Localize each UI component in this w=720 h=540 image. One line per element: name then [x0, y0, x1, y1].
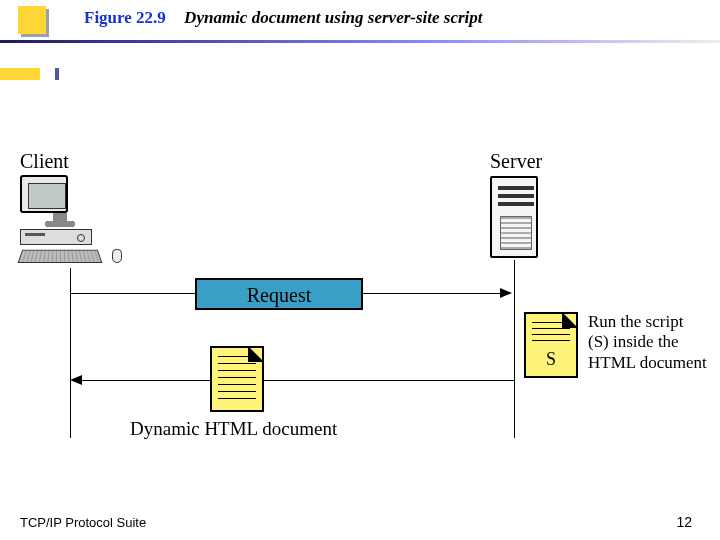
- response-arrow-segment: [82, 380, 210, 381]
- script-marker: S: [526, 349, 576, 370]
- client-label: Client: [20, 150, 69, 173]
- request-arrowhead-icon: [500, 288, 512, 298]
- dynamic-document-icon: [210, 346, 264, 412]
- response-arrowhead-icon: [70, 375, 82, 385]
- request-box: Request: [195, 278, 363, 310]
- script-document-icon: S: [524, 312, 578, 378]
- server-tower-icon: [490, 176, 538, 258]
- diagram-canvas: Client Server Request S Run the script (…: [0, 0, 720, 540]
- response-arrow-segment: [264, 380, 514, 381]
- client-computer-icon: [20, 175, 100, 264]
- server-label: Server: [490, 150, 542, 173]
- run-script-caption: Run the script (S) inside the HTML docum…: [588, 312, 708, 373]
- dynamic-document-label: Dynamic HTML document: [130, 418, 337, 440]
- page-number: 12: [676, 514, 692, 530]
- server-timeline: [514, 260, 515, 438]
- request-arrow-segment: [363, 293, 500, 294]
- footer-source: TCP/IP Protocol Suite: [20, 515, 146, 530]
- request-arrow-segment: [70, 293, 195, 294]
